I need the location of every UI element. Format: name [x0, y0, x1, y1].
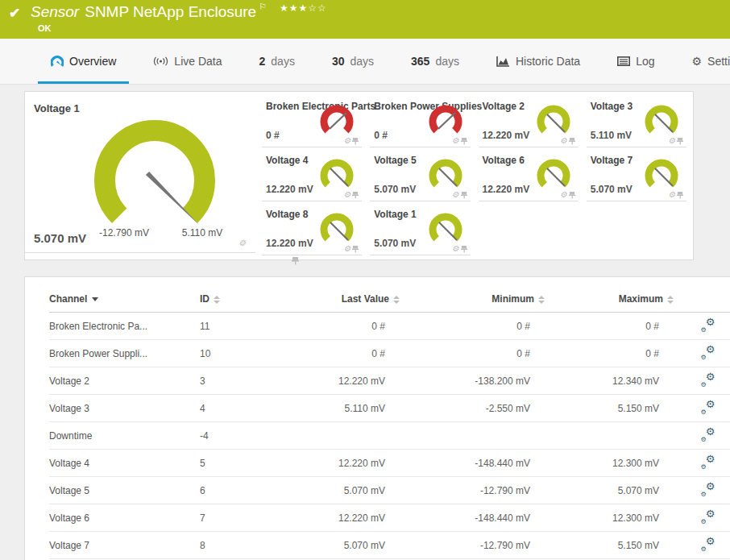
cell-minimum: -148.440 mV — [400, 450, 545, 477]
tile-pin-icon[interactable] — [352, 137, 359, 145]
col-header-id[interactable]: ID — [200, 285, 295, 313]
cell-minimum: -2.550 mV — [400, 395, 545, 422]
small-gauge — [643, 103, 680, 140]
edit-channel-settings-button[interactable]: ⚙⚙ — [701, 510, 715, 523]
tab-365-days-number: 365 — [411, 55, 429, 68]
tile-gear-icon[interactable]: ⚙ — [452, 190, 459, 199]
tab-overview[interactable]: Overview — [38, 39, 129, 84]
tab-log-label: Log — [636, 55, 654, 68]
gauge-label: Voltage 3 — [591, 101, 633, 112]
small-gauge — [427, 157, 464, 194]
sensor-name: SNMP NetApp Enclosure — [85, 3, 256, 20]
small-gauge-tile[interactable]: Voltage 6 12.220 mV ⚙ — [479, 150, 579, 201]
table-row[interactable]: Voltage 2 3 12.220 mV -138.200 mV 12.340… — [49, 367, 730, 395]
cell-channel: Downtime — [49, 422, 200, 450]
tile-gear-icon[interactable]: ⚙ — [560, 190, 567, 199]
tile-gear-icon[interactable]: ⚙ — [452, 244, 459, 253]
table-row[interactable]: Voltage 5 6 5.070 mV -12.790 mV 5.070 mV… — [49, 477, 730, 504]
tile-gear-icon[interactable]: ⚙ — [343, 190, 350, 199]
small-gauge — [643, 157, 680, 194]
small-gauge-tile[interactable]: Broken Power Supplies 0 # ⚙ — [370, 96, 470, 147]
table-row[interactable]: Voltage 3 4 5.110 mV -2.550 mV 5.150 mV … — [49, 395, 730, 422]
cell-id: 5 — [200, 450, 295, 477]
priority-flag-icon[interactable]: ⚐ — [259, 2, 267, 11]
edit-channel-settings-button[interactable]: ⚙⚙ — [701, 483, 715, 496]
edit-channel-settings-button[interactable]: ⚙⚙ — [701, 346, 715, 359]
primary-gauge-tile[interactable]: Voltage 1 5.070 mV -12.790 mV 5.110 mV ⚙ — [25, 92, 255, 253]
col-header-channel[interactable]: Channel — [49, 285, 200, 313]
small-gauge-tile[interactable]: Voltage 5 5.070 mV ⚙ — [370, 150, 470, 201]
tab-30-days[interactable]: 30 days — [319, 39, 387, 84]
small-gauge — [318, 211, 355, 248]
tile-pin-icon[interactable] — [461, 245, 467, 253]
settings-gear-icon: ⚙ — [691, 55, 702, 68]
tile-gear-icon[interactable]: ⚙ — [560, 136, 567, 145]
tab-365-days[interactable]: 365 days — [398, 39, 472, 84]
small-gauge-tile[interactable]: Voltage 2 12.220 mV ⚙ — [479, 96, 579, 147]
cell-last-value: 5.110 mV — [295, 395, 400, 422]
tab-settings[interactable]: ⚙ Settings — [678, 39, 730, 84]
col-header-last-value[interactable]: Last Value — [295, 285, 400, 313]
col-header-maximum[interactable]: Maximum — [545, 285, 674, 313]
cell-channel: Voltage 2 — [49, 367, 200, 395]
tab-historic-data[interactable]: Historic Data — [483, 39, 593, 84]
edit-channel-settings-button[interactable]: ⚙⚙ — [701, 428, 715, 441]
tile-pin-icon[interactable] — [569, 191, 575, 199]
tile-pin-icon[interactable] — [569, 137, 575, 145]
table-row[interactable]: Broken Electronic Pa... 11 0 # 0 # 0 # ⚙… — [49, 313, 730, 340]
cell-maximum: 12.340 mV — [545, 367, 674, 395]
gauge-value: 5.070 mV — [374, 184, 416, 195]
edit-channel-settings-button[interactable]: ⚙⚙ — [701, 455, 715, 468]
table-row[interactable]: Broken Power Suppli... 10 0 # 0 # 0 # ⚙⚙ — [49, 340, 730, 367]
table-row[interactable]: Voltage 7 8 5.070 mV -12.790 mV 5.150 mV… — [49, 532, 730, 559]
small-gauge-tile[interactable]: Voltage 8 12.220 mV ⚙ — [262, 204, 362, 255]
tile-gear-icon[interactable]: ⚙ — [343, 244, 350, 253]
cell-id: 8 — [200, 532, 295, 559]
small-gauge-grid: Broken Electronic Parts 0 # ⚙ Broken Pow… — [262, 96, 686, 253]
tab-live-data-label: Live Data — [174, 55, 222, 68]
tile-pin-icon[interactable] — [461, 137, 467, 145]
tile-gear-icon[interactable]: ⚙ — [668, 136, 675, 145]
table-row[interactable]: Downtime -4 ⚙⚙ — [49, 422, 730, 450]
small-gauge-tile[interactable]: Voltage 7 5.070 mV ⚙ — [587, 150, 686, 201]
tile-gear-icon[interactable]: ⚙ — [343, 136, 350, 145]
small-gauge — [535, 157, 572, 194]
log-list-icon — [617, 56, 630, 66]
cell-last-value: 0 # — [295, 340, 400, 367]
tab-365-days-unit: days — [435, 55, 459, 68]
tile-pin-icon[interactable] — [352, 191, 359, 199]
tile-pin-icon[interactable] — [677, 137, 683, 145]
edit-channel-settings-button[interactable]: ⚙⚙ — [701, 537, 715, 550]
gauge-value: 0 # — [266, 130, 280, 141]
edit-channel-settings-button[interactable]: ⚙⚙ — [701, 400, 715, 413]
tile-pin-icon[interactable] — [677, 191, 683, 199]
tile-gear-icon[interactable]: ⚙ — [668, 190, 675, 199]
tab-live-data[interactable]: Live Data — [140, 39, 234, 84]
table-row[interactable]: Voltage 6 7 12.220 mV -148.440 mV 12.300… — [49, 504, 730, 532]
cell-last-value: 12.220 mV — [295, 450, 400, 477]
cell-channel: Voltage 3 — [49, 395, 200, 422]
tile-pin-icon[interactable] — [461, 191, 467, 199]
sort-icon — [214, 296, 220, 304]
small-gauge-tile[interactable]: Voltage 3 5.110 mV ⚙ — [587, 96, 686, 147]
col-header-minimum[interactable]: Minimum — [400, 285, 545, 313]
tile-pin-icon[interactable] — [352, 245, 359, 253]
cell-maximum: 0 # — [545, 313, 674, 340]
small-gauge-tile[interactable]: Voltage 1 5.070 mV ⚙ — [370, 204, 470, 255]
tile-pin-icon[interactable] — [292, 256, 299, 265]
small-gauge-tile[interactable]: Broken Electronic Parts 0 # ⚙ — [262, 96, 362, 147]
status-check-icon: ✔ — [9, 5, 20, 22]
cell-id: 10 — [200, 340, 295, 367]
tile-gear-icon[interactable]: ⚙ — [452, 136, 459, 145]
tab-log[interactable]: Log — [604, 39, 667, 84]
table-row[interactable]: Voltage 4 5 12.220 mV -148.440 mV 12.300… — [49, 450, 730, 477]
gauge-value: 12.220 mV — [483, 184, 530, 195]
tab-2-days[interactable]: 2 days — [247, 39, 308, 84]
sort-icon — [538, 296, 545, 304]
small-gauge-tile[interactable]: Voltage 4 12.220 mV ⚙ — [262, 150, 362, 201]
tile-gear-icon[interactable]: ⚙ — [238, 239, 246, 247]
sort-icon — [667, 296, 674, 304]
edit-channel-settings-button[interactable]: ⚙⚙ — [701, 318, 715, 331]
priority-stars[interactable]: ★★★☆☆ — [280, 2, 327, 14]
edit-channel-settings-button[interactable]: ⚙⚙ — [701, 373, 715, 386]
